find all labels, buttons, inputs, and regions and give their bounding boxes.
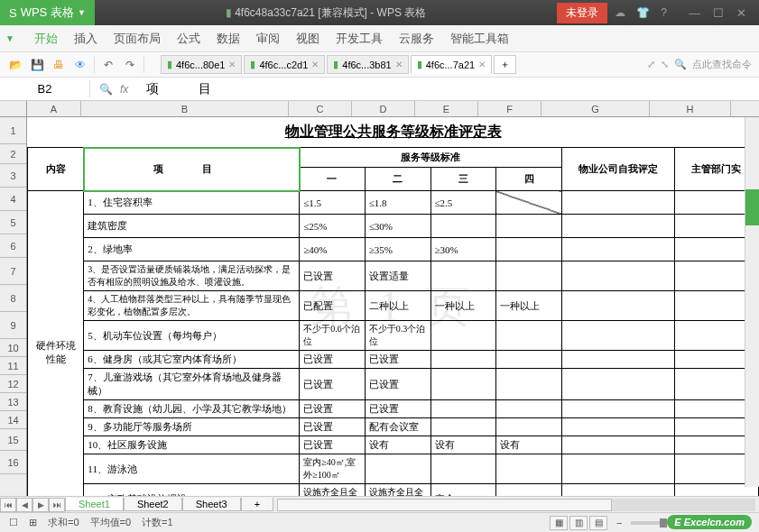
add-sheet-button[interactable]: +: [241, 498, 273, 511]
row-header[interactable]: 13: [0, 393, 26, 411]
close-button[interactable]: ✕: [736, 6, 746, 20]
menu-dev[interactable]: 开发工具: [336, 31, 383, 47]
data-cell: 二种以上: [365, 291, 430, 321]
toolbar: 📂 💾 🖶 👁 ↶ ↷ ▮4f6c...80e1✕ ▮4f6c...c2d1✕ …: [0, 52, 759, 78]
menu-cloud[interactable]: 云服务: [399, 31, 434, 47]
skin-icon[interactable]: 👕: [636, 6, 650, 19]
command-search[interactable]: ⤢ ⤡ 🔍 点此查找命令: [647, 58, 752, 71]
row-header[interactable]: 12: [0, 375, 26, 393]
vertical-scrollbar[interactable]: [745, 117, 759, 487]
menu-insert[interactable]: 插入: [74, 31, 97, 47]
menu-layout[interactable]: 页面布局: [114, 31, 161, 47]
sheet-nav-first[interactable]: ⏮: [0, 498, 16, 512]
logo-s-icon: S: [9, 6, 17, 20]
col-header[interactable]: G: [541, 101, 650, 116]
view-break[interactable]: ▤: [589, 516, 607, 530]
row-header[interactable]: 2: [0, 144, 26, 164]
close-icon[interactable]: ✕: [395, 60, 403, 69]
view-page[interactable]: ▥: [569, 516, 588, 530]
data-cell: ≤2.5: [430, 191, 496, 215]
row-header[interactable]: 1: [0, 117, 26, 144]
close-icon[interactable]: ✕: [311, 60, 319, 69]
fx-icon[interactable]: fx: [120, 83, 128, 96]
new-tab-button[interactable]: ＋: [494, 55, 516, 74]
sheet-nav-prev[interactable]: ◀: [16, 498, 32, 512]
data-cell: 不少于0.6个泊位: [300, 321, 366, 351]
sheet-nav-next[interactable]: ▶: [32, 498, 49, 512]
row-header[interactable]: 10: [0, 339, 26, 357]
maximize-button[interactable]: ☐: [713, 6, 724, 20]
status-icon[interactable]: ⊞: [29, 517, 37, 528]
row-header[interactable]: 3: [0, 164, 26, 188]
save-icon[interactable]: 💾: [29, 57, 45, 73]
menu-view[interactable]: 视图: [296, 31, 319, 47]
row-header[interactable]: 4: [0, 188, 26, 211]
cell-reference[interactable]: B2: [0, 80, 90, 97]
help-icon[interactable]: ?: [661, 6, 667, 19]
row-header[interactable]: 5: [0, 211, 26, 234]
row-header[interactable]: 6: [0, 234, 26, 258]
menu-review[interactable]: 审阅: [256, 31, 280, 47]
cloud-icon[interactable]: ☁: [615, 6, 625, 19]
row-header[interactable]: 9: [0, 312, 26, 339]
open-icon[interactable]: 📂: [7, 57, 23, 73]
file-tab[interactable]: ▮4f6c...3b81✕: [327, 55, 408, 74]
undo-icon[interactable]: ↶: [100, 57, 116, 73]
data-cell: [365, 454, 430, 484]
menu-dropdown-icon[interactable]: ▼: [5, 33, 14, 43]
status-icon[interactable]: ☐: [9, 517, 18, 528]
grid[interactable]: 第 1 页 物业管理公共服务等级标准评定表内容项 目服务等级标准物业公司自我评定…: [27, 117, 759, 496]
col-header[interactable]: D: [352, 101, 415, 116]
select-all[interactable]: [0, 101, 27, 116]
dropdown-icon[interactable]: ▼: [78, 8, 86, 17]
formula-value[interactable]: 项 目: [137, 81, 229, 97]
item-cell: 建筑密度: [84, 215, 300, 238]
menu-smart[interactable]: 智能工具箱: [450, 31, 509, 47]
file-tab[interactable]: ▮4f6c...c2d1✕: [244, 55, 325, 74]
col-header[interactable]: E: [415, 101, 478, 116]
zoom-thumb[interactable]: [660, 518, 667, 527]
data-cell: [496, 191, 562, 215]
preview-icon[interactable]: 👁: [72, 57, 88, 73]
sheet-tab[interactable]: Sheet1: [65, 498, 124, 511]
menu-start[interactable]: 开始: [34, 31, 58, 47]
scrollbar-thumb[interactable]: [277, 499, 612, 511]
print-icon[interactable]: 🖶: [51, 57, 67, 73]
col-header[interactable]: C: [289, 101, 352, 116]
sheet-tab[interactable]: Sheet3: [182, 498, 241, 511]
col-header[interactable]: A: [27, 101, 81, 116]
item-cell: 5、机动车位设置（每均每户）: [84, 321, 300, 351]
col-header[interactable]: B: [81, 101, 289, 116]
item-cell: 1、住宅容积率: [84, 191, 300, 215]
row-header[interactable]: 7: [0, 258, 26, 285]
search-icon[interactable]: 🔍: [99, 83, 113, 96]
file-tab-active[interactable]: ▮4f6c...7a21✕: [411, 55, 492, 74]
scrollbar-thumb[interactable]: [745, 189, 759, 225]
minimize-button[interactable]: —: [689, 6, 700, 20]
view-normal[interactable]: ▦: [550, 516, 568, 530]
close-icon[interactable]: ✕: [478, 60, 486, 69]
login-button[interactable]: 未登录: [557, 3, 607, 23]
collapse-icon[interactable]: ⤡: [661, 59, 669, 70]
file-tab[interactable]: ▮4f6c...80e1✕: [161, 55, 242, 74]
redo-icon[interactable]: ↷: [122, 57, 138, 73]
row-header[interactable]: 11: [0, 357, 26, 375]
expand-icon[interactable]: ⤢: [647, 59, 655, 70]
divider: [143, 57, 144, 73]
self-cell: [561, 191, 674, 215]
row-header[interactable]: 15: [0, 429, 26, 451]
sheet-tab[interactable]: Sheet2: [124, 498, 182, 511]
horizontal-scrollbar[interactable]: [277, 499, 755, 511]
row-header[interactable]: 14: [0, 411, 26, 429]
menu-data[interactable]: 数据: [217, 31, 240, 47]
zoom-out[interactable]: −: [616, 518, 622, 528]
row-header[interactable]: 8: [0, 285, 26, 312]
menu-formula[interactable]: 公式: [177, 31, 200, 47]
sheet-nav-last[interactable]: ⏭: [49, 498, 65, 512]
col-header[interactable]: H: [650, 101, 731, 116]
data-cell: 已设置: [300, 369, 366, 400]
row-header[interactable]: 16: [0, 451, 26, 474]
close-icon[interactable]: ✕: [228, 60, 236, 69]
col-header[interactable]: F: [478, 101, 541, 116]
data-cell: [496, 400, 562, 418]
